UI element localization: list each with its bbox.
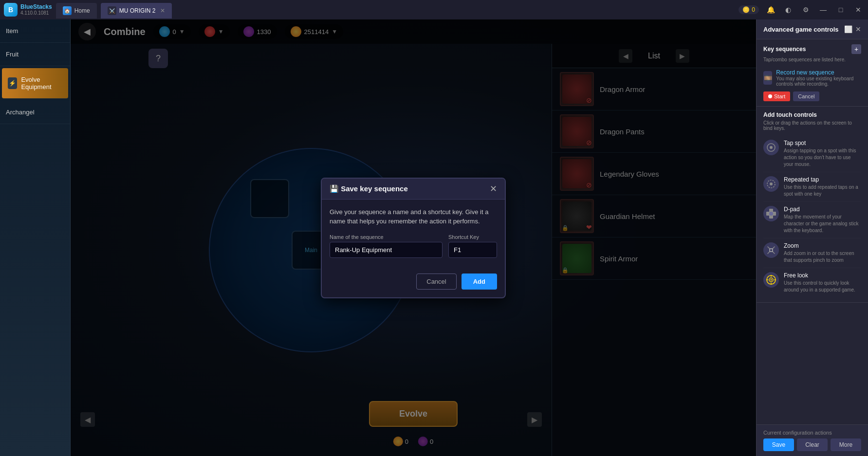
tab-close-icon[interactable]: ✕	[160, 7, 165, 14]
record-info: Record new sequence You may also use exi…	[776, 69, 861, 87]
title-controls: 🪙 0 🔔 ◐ ⚙ — □ ✕	[739, 4, 864, 16]
home-tab-icon: 🏠	[63, 6, 72, 15]
save-sequence-modal: 💾 Save key sequence ✕ Give your sequence…	[321, 178, 506, 298]
modal-cancel-btn[interactable]: Cancel	[416, 274, 456, 290]
app-logo: B BlueStacks 4.110.0.1081	[4, 3, 52, 17]
close-btn[interactable]: ✕	[852, 4, 864, 16]
record-icon: 🎞️	[763, 71, 772, 85]
tab-game[interactable]: ⚔️ MU ORIGIN 2 ✕	[101, 3, 172, 18]
modal-description: Give your sequence a name and a shortcut…	[330, 207, 497, 226]
bluestacks-icon: B	[4, 3, 18, 17]
repeated-tap-icon	[763, 176, 779, 192]
zoom-info: Zoom Add zoom in or out to the screen th…	[784, 242, 861, 264]
panel-close-icon[interactable]: ✕	[855, 25, 861, 33]
left-sidebar: Item Fruit ⚡ Evolve Equipment Archangel	[0, 19, 71, 456]
svg-rect-4	[769, 209, 773, 212]
svg-point-3	[770, 182, 773, 185]
touch-section-desc: Click or drag the actions on the screen …	[763, 120, 861, 131]
sidebar-item-label: Item	[6, 27, 18, 35]
record-label[interactable]: Record new sequence	[776, 69, 861, 76]
shortcut-key-input[interactable]	[448, 242, 497, 258]
tap-spot-icon	[763, 140, 779, 155]
minimize-btn[interactable]: —	[817, 4, 829, 16]
repeated-tap-desc: Use this to add repeated taps on a spot …	[784, 184, 861, 198]
evolve-icon: ⚡	[8, 77, 17, 89]
panel-expand-icon[interactable]: ⬜	[844, 25, 852, 33]
touch-section-title: Add touch controls	[763, 111, 861, 118]
app-version: 4.110.0.1081	[20, 10, 52, 16]
modal-close-btn[interactable]: ✕	[490, 184, 497, 193]
repeated-tap-info: Repeated tap Use this to add repeated ta…	[784, 176, 861, 198]
sidebar-item-item[interactable]: Item	[0, 19, 70, 43]
dpad-icon	[763, 206, 779, 221]
start-record-btn[interactable]: Start	[763, 91, 790, 101]
zoom-name: Zoom	[784, 242, 861, 249]
dpad-desc: Map the movement of your character or th…	[784, 214, 861, 234]
game-area: Item Fruit ⚡ Evolve Equipment Archangel …	[0, 19, 868, 456]
game-tab-icon: ⚔️	[108, 6, 116, 15]
modal-body: Give your sequence a name and a shortcut…	[322, 200, 505, 274]
svg-rect-5	[769, 215, 773, 219]
config-title: Current configuration actions	[763, 430, 861, 436]
key-seq-title-row: Key sequences +	[763, 44, 861, 54]
modal-overlay: 💾 Save key sequence ✕ Give your sequence…	[71, 19, 756, 456]
zoom-desc: Add zoom in or out to the screen that su…	[784, 250, 861, 264]
sequence-name-input[interactable]	[330, 242, 443, 258]
coin-value: 0	[752, 6, 755, 13]
coin-icon: 🪙	[742, 6, 750, 13]
app-name: BlueStacks	[20, 3, 52, 10]
modal-header: 💾 Save key sequence ✕	[322, 179, 505, 200]
right-panel: Advanced game controls ⬜ ✕ Key sequences…	[756, 19, 868, 456]
control-free-look: Free look Use this control to quickly lo…	[763, 268, 861, 297]
sidebar-item-label: Fruit	[6, 51, 18, 58]
tab-home[interactable]: 🏠 Home	[56, 3, 97, 18]
start-btn-label: Start	[774, 93, 785, 99]
record-row: 🎞️ Record new sequence You may also use …	[763, 66, 861, 90]
free-look-info: Free look Use this control to quickly lo…	[784, 272, 861, 293]
free-look-name: Free look	[784, 272, 861, 279]
tap-spot-info: Tap spot Assign tapping on a spot with t…	[784, 140, 861, 168]
app-name-block: BlueStacks 4.110.0.1081	[20, 3, 52, 16]
theme-btn[interactable]: ◐	[782, 4, 794, 16]
maximize-btn[interactable]: □	[835, 4, 847, 16]
dpad-name: D-pad	[784, 206, 861, 213]
key-seq-desc: Tap/combo sequences are listed here.	[763, 57, 861, 62]
tap-spot-desc: Assign tapping on a spot with this actio…	[784, 147, 861, 168]
key-seq-add-btn[interactable]: +	[851, 44, 861, 54]
svg-point-12	[771, 279, 772, 281]
repeated-tap-name: Repeated tap	[784, 176, 861, 183]
svg-rect-6	[766, 212, 770, 216]
tab-game-label: MU ORIGIN 2	[119, 7, 156, 14]
shortcut-field-label: Shortcut Key	[448, 234, 497, 240]
notification-btn[interactable]: 🔔	[765, 4, 776, 16]
clear-config-btn[interactable]: Clear	[797, 438, 828, 451]
panel-header: Advanced game controls ⬜ ✕	[757, 19, 868, 39]
current-config-section: Current configuration actions Save Clear…	[757, 424, 868, 456]
key-seq-title: Key sequences	[763, 46, 806, 53]
tap-spot-name: Tap spot	[784, 140, 861, 146]
modal-title: 💾 Save key sequence	[330, 184, 408, 193]
free-look-desc: Use this control to quickly look around …	[784, 280, 861, 293]
settings-btn[interactable]: ⚙	[800, 4, 812, 16]
sidebar-item-archangel[interactable]: Archangel	[0, 101, 70, 124]
sidebar-item-evolve[interactable]: ⚡ Evolve Equipment	[2, 68, 68, 99]
zoom-icon	[763, 242, 779, 258]
sidebar-item-label: Evolve Equipment	[21, 76, 62, 91]
control-tap-spot: Tap spot Assign tapping on a spot with t…	[763, 136, 861, 172]
svg-point-1	[770, 146, 773, 149]
modal-add-btn[interactable]: Add	[462, 274, 497, 290]
coin-display: 🪙 0	[739, 5, 759, 14]
title-bar: B BlueStacks 4.110.0.1081 🏠 Home ⚔️ MU O…	[0, 0, 868, 19]
sidebar-item-label: Archangel	[6, 109, 35, 116]
control-dpad: D-pad Map the movement of your character…	[763, 202, 861, 238]
record-buttons: Start Cancel	[763, 91, 861, 101]
more-config-btn[interactable]: More	[831, 438, 861, 451]
free-look-icon	[763, 272, 779, 288]
cancel-record-btn[interactable]: Cancel	[793, 91, 819, 101]
shortcut-field-group: Shortcut Key	[448, 234, 497, 258]
save-config-btn[interactable]: Save	[763, 438, 794, 451]
name-field-label: Name of the sequence	[330, 234, 443, 240]
control-repeated-tap: Repeated tap Use this to add repeated ta…	[763, 172, 861, 202]
sidebar-item-fruit[interactable]: Fruit	[0, 43, 70, 66]
key-sequences-section: Key sequences + Tap/combo sequences are …	[757, 39, 868, 107]
